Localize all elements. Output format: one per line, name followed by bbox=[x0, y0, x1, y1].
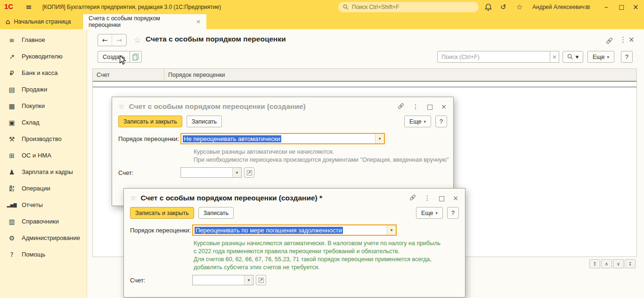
minimize-window-icon[interactable]: – bbox=[604, 3, 608, 11]
form-close-icon[interactable]: × bbox=[628, 35, 635, 44]
list-navigation-buttons: ↥ ∧ ∨ ↧ bbox=[589, 259, 636, 268]
list-search-group: × ▾ bbox=[437, 51, 583, 63]
tab-home-page[interactable]: ⌂ Начальная страница bbox=[0, 14, 83, 29]
list-help-button[interactable]: ? bbox=[621, 51, 633, 63]
sidebar-item-reports[interactable]: ▂▅▇Отчеты bbox=[0, 197, 87, 213]
sidebar-item-help[interactable]: ?Помощь bbox=[0, 246, 87, 263]
sidebar-item-production[interactable]: ⚒Производство bbox=[0, 131, 87, 147]
create-button[interactable]: Создать bbox=[98, 51, 130, 63]
sales-icon: ▤ bbox=[7, 86, 17, 93]
save-and-close-button[interactable]: Записать и закрыть bbox=[130, 207, 194, 219]
sidebar-item-warehouse[interactable]: ▣Склад bbox=[0, 114, 87, 131]
column-header-account[interactable]: Счет bbox=[93, 69, 164, 81]
warehouse-icon: ▣ bbox=[7, 119, 17, 126]
sidebar-item-fixed-assets[interactable]: ⊞ОС и НМА bbox=[0, 147, 87, 164]
table-row[interactable] bbox=[93, 81, 636, 87]
get-link-icon[interactable] bbox=[606, 37, 613, 46]
dialog-more-button[interactable]: Еще ▾ bbox=[404, 116, 431, 127]
debit-credit-icon: Дт Кт bbox=[7, 185, 17, 192]
main-menu-icon[interactable]: ≡ bbox=[25, 2, 32, 11]
sidebar-item-label: Отчеты bbox=[22, 201, 43, 208]
table-header-row: Счет Порядок переоценки bbox=[93, 69, 636, 81]
history-nav-group: ← → bbox=[98, 34, 127, 46]
dialog-more-button[interactable]: Еще ▾ bbox=[416, 207, 443, 219]
1c-logo: 1С bbox=[4, 2, 13, 10]
save-button[interactable]: Записать bbox=[187, 116, 222, 127]
account-combobox[interactable]: ▾ bbox=[192, 275, 253, 285]
search-button[interactable]: ▾ bbox=[562, 51, 583, 63]
create-by-copying-button[interactable] bbox=[130, 51, 142, 63]
current-user-name[interactable]: Андрей Алексеевич bbox=[532, 4, 585, 10]
account-open-button[interactable] bbox=[244, 167, 254, 178]
hint-line: добавлять субсчета этих счетов не требуе… bbox=[194, 264, 465, 272]
account-open-button[interactable] bbox=[256, 275, 266, 285]
combo-dropdown-icon[interactable]: ▾ bbox=[387, 225, 396, 235]
sidebar-item-directories[interactable]: ▥Справочники bbox=[0, 213, 87, 230]
go-last-row-button[interactable]: ↧ bbox=[625, 259, 636, 268]
dropdown-icon: ▾ bbox=[576, 53, 579, 60]
search-input[interactable] bbox=[437, 51, 550, 63]
maximize-icon[interactable]: □ bbox=[439, 194, 445, 202]
page-up-button[interactable]: ∧ bbox=[601, 259, 612, 268]
maximize-icon[interactable]: □ bbox=[427, 103, 433, 110]
search-clear-icon[interactable]: × bbox=[550, 51, 559, 63]
more-dots-icon[interactable]: ⋮ bbox=[424, 194, 431, 202]
trend-chart-icon: ↗ bbox=[7, 53, 17, 60]
save-and-close-button[interactable]: Записать и закрыть bbox=[118, 116, 182, 127]
more-button-label: Еще bbox=[409, 118, 421, 125]
tab-close-icon[interactable]: × bbox=[196, 18, 201, 25]
combo-dropdown-icon[interactable]: ▾ bbox=[375, 134, 384, 143]
fixed-assets-icon: ⊞ bbox=[7, 152, 17, 159]
maximize-window-icon[interactable]: □ bbox=[619, 3, 624, 10]
save-button[interactable]: Записать bbox=[198, 207, 234, 219]
person-icon: ♟ bbox=[7, 168, 17, 176]
global-search-placeholder: Поиск Ctrl+Shift+F bbox=[352, 4, 399, 10]
tab-revaluation-accounts[interactable]: Счета с особым порядком переоценки × bbox=[83, 14, 206, 29]
favorites-star-icon[interactable]: ☆ bbox=[118, 102, 124, 111]
favorites-star-icon[interactable]: ☆ bbox=[516, 3, 522, 11]
revaluation-order-value: Переоценивать по мере погашения задолжен… bbox=[195, 227, 343, 234]
get-link-icon[interactable] bbox=[398, 103, 404, 111]
history-icon[interactable]: ↺ bbox=[500, 3, 506, 11]
combo-dropdown-icon[interactable]: ▾ bbox=[232, 168, 241, 177]
get-link-icon[interactable] bbox=[409, 194, 416, 202]
dialog-help-button[interactable]: ? bbox=[435, 116, 447, 127]
form-more-dots-icon[interactable]: ⋮ bbox=[620, 35, 627, 44]
sidebar-item-operations[interactable]: Дт КтОперации bbox=[0, 180, 87, 197]
add-to-favorites-star-icon[interactable]: ☆ bbox=[134, 35, 141, 45]
sidebar-item-bank-cash[interactable]: ₽Банк и касса bbox=[0, 65, 87, 81]
tab-active-label: Счета с особым порядком переоценки bbox=[89, 15, 192, 28]
personalization-menu-icon[interactable]: ≡ bbox=[585, 3, 591, 11]
back-icon[interactable]: ← bbox=[98, 34, 112, 46]
close-window-icon[interactable]: × bbox=[633, 3, 639, 11]
sidebar-item-administration[interactable]: ⚙Администрирование bbox=[0, 230, 87, 246]
sidebar-item-label: Руководителю bbox=[22, 53, 63, 60]
sidebar-item-manager[interactable]: ↗Руководителю bbox=[0, 48, 87, 65]
favorites-star-icon[interactable]: ☆ bbox=[130, 194, 136, 202]
column-header-revaluation-order[interactable]: Порядок переоценки bbox=[164, 72, 636, 78]
account-combobox[interactable]: ▾ bbox=[180, 167, 242, 178]
list-more-button[interactable]: Еще ▾ bbox=[587, 51, 614, 63]
sidebar-item-sales[interactable]: ▤Продажи bbox=[0, 81, 87, 98]
page-title: Счета с особым порядком переоценки bbox=[146, 35, 286, 43]
close-icon[interactable]: × bbox=[453, 194, 458, 202]
revaluation-order-combobox[interactable]: Переоценивать по мере погашения задолжен… bbox=[192, 224, 397, 236]
more-button-label: Еще bbox=[421, 210, 433, 216]
sidebar-item-label: Склад bbox=[22, 119, 40, 126]
page-down-button[interactable]: ∨ bbox=[613, 259, 624, 268]
help-icon: ? bbox=[7, 251, 17, 258]
global-search-input[interactable]: Поиск Ctrl+Shift+F bbox=[338, 2, 479, 12]
notifications-bell-icon[interactable] bbox=[485, 3, 492, 13]
revaluation-order-combobox[interactable]: Не переоценивать автоматически ▾ bbox=[180, 133, 385, 144]
combo-dropdown-icon[interactable]: ▾ bbox=[244, 275, 253, 285]
sidebar-item-label: Помощь bbox=[22, 251, 45, 258]
sidebar-item-label: Банк и касса bbox=[22, 69, 58, 76]
sidebar-item-purchases[interactable]: ▦Покупки bbox=[0, 98, 87, 114]
more-dots-icon[interactable]: ⋮ bbox=[412, 103, 419, 110]
dialog-help-button[interactable]: ? bbox=[447, 207, 459, 219]
close-icon[interactable]: × bbox=[441, 103, 447, 110]
sidebar-item-payroll-hr[interactable]: ♟Зарплата и кадры bbox=[0, 164, 87, 180]
dialog-command-bar: Записать и закрыть Записать Еще ▾ ? bbox=[124, 207, 465, 219]
go-first-row-button[interactable]: ↥ bbox=[589, 259, 600, 268]
sidebar-item-main[interactable]: ≡Главное bbox=[0, 32, 87, 48]
